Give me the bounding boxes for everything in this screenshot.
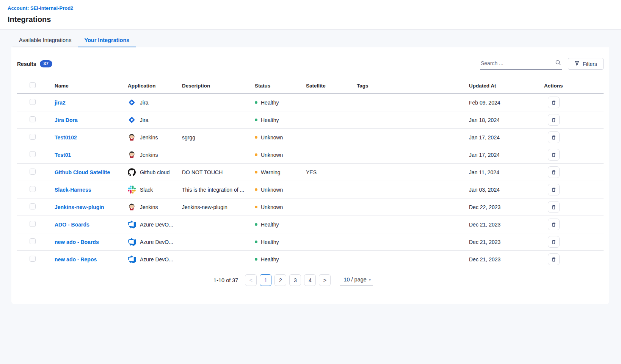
- status-dot-icon: [255, 188, 257, 191]
- select-all-checkbox[interactable]: [30, 82, 36, 88]
- delete-integration-button[interactable]: [548, 114, 560, 126]
- integration-name-link[interactable]: new ado - Boards: [55, 239, 99, 245]
- status-label: Healthy: [261, 100, 279, 106]
- row-checkbox[interactable]: [30, 186, 36, 192]
- page-size-select[interactable]: 10 / page ▾: [340, 275, 373, 286]
- delete-integration-button[interactable]: [548, 166, 560, 178]
- pagination-page-button-1[interactable]: 1: [260, 274, 271, 286]
- updated-at-value: Jan 18, 2024: [469, 117, 544, 123]
- pagination-page-button-3[interactable]: 3: [289, 274, 301, 286]
- jenkins-icon: [128, 203, 136, 211]
- row-checkbox[interactable]: [30, 151, 36, 157]
- pagination-prev-button[interactable]: <: [245, 274, 257, 286]
- table-row: jira2 Jira Healthy Feb 09, 2024: [17, 94, 604, 111]
- filters-button-label: Filters: [583, 61, 597, 67]
- status-label: Healthy: [261, 222, 279, 228]
- delete-integration-button[interactable]: [548, 253, 560, 265]
- application-label: Azure DevO...: [140, 222, 173, 228]
- pagination: 1-10 of 37 < 1234 > 10 / page ▾: [0, 274, 592, 286]
- tabs-row: Available Integrations Your Integrations: [0, 30, 621, 47]
- updated-at-value: Jan 17, 2024: [469, 134, 544, 141]
- jenkins-icon: [128, 151, 136, 159]
- row-checkbox[interactable]: [30, 99, 36, 105]
- delete-integration-button[interactable]: [548, 201, 560, 213]
- application-label: Github cloud: [140, 169, 170, 175]
- table-header-row: Name Application Description Status Sate…: [17, 78, 604, 94]
- column-header-status: Status: [255, 83, 306, 89]
- delete-integration-button[interactable]: [548, 184, 560, 195]
- delete-integration-button[interactable]: [548, 149, 560, 161]
- trash-icon: [551, 152, 557, 158]
- status-dot-icon: [255, 101, 257, 104]
- integration-name-link[interactable]: jira2: [55, 100, 66, 106]
- trash-icon: [551, 187, 557, 193]
- toolbar: Results 37 Filters: [11, 47, 609, 78]
- column-header-actions: Actions: [544, 83, 604, 89]
- status-label: Warning: [261, 169, 281, 175]
- trash-icon: [551, 117, 557, 123]
- tab-available-integrations[interactable]: Available Integrations: [13, 33, 78, 47]
- pagination-range-label: 1-10 of 37: [213, 277, 238, 283]
- application-label: Jenkins: [140, 204, 158, 210]
- table-row: Jenkins-new-plugin Jenkins Jenkins-new-p…: [17, 198, 604, 216]
- delete-integration-button[interactable]: [548, 97, 560, 108]
- filters-button[interactable]: Filters: [568, 58, 604, 70]
- delete-integration-button[interactable]: [548, 236, 560, 248]
- delete-integration-button[interactable]: [548, 131, 560, 143]
- application-label: Jenkins: [140, 134, 158, 141]
- trash-icon: [551, 169, 557, 175]
- integration-name-link[interactable]: Github Cloud Satellite: [55, 169, 110, 175]
- satellite-value: YES: [306, 169, 357, 175]
- row-checkbox[interactable]: [30, 221, 36, 227]
- updated-at-value: Jan 11, 2024: [469, 169, 544, 175]
- search-input[interactable]: [481, 60, 555, 66]
- column-header-tags: Tags: [357, 83, 469, 89]
- column-header-application: Application: [128, 83, 182, 89]
- integrations-table: Name Application Description Status Sate…: [11, 78, 609, 268]
- description-text: sgrgg: [182, 134, 255, 141]
- integration-name-link[interactable]: Jira Dora: [55, 117, 78, 123]
- search-box: [480, 58, 562, 70]
- row-checkbox[interactable]: [30, 256, 36, 262]
- table-row: Test01 Jenkins Unknown Jan 17, 2024: [17, 146, 604, 164]
- description-text: This is the integration of ...: [182, 187, 255, 193]
- jenkins-icon: [128, 133, 136, 141]
- application-label: Azure DevO...: [140, 239, 173, 245]
- integration-name-link[interactable]: ADO - Boards: [55, 222, 89, 228]
- status-label: Healthy: [261, 239, 279, 245]
- pagination-page-button-2[interactable]: 2: [274, 274, 286, 286]
- pagination-next-button[interactable]: >: [319, 274, 331, 286]
- account-breadcrumb-link[interactable]: Account: SEI-Internal-Prod2: [8, 5, 73, 11]
- status-label: Healthy: [261, 256, 279, 262]
- table-row: new ado - Repos Azure DevO... Healthy De…: [17, 251, 604, 268]
- delete-integration-button[interactable]: [548, 219, 560, 230]
- pagination-page-button-4[interactable]: 4: [304, 274, 316, 286]
- integration-name-link[interactable]: new ado - Repos: [55, 256, 97, 262]
- application-label: Slack: [140, 187, 153, 193]
- chevron-down-icon: ▾: [369, 278, 371, 282]
- trash-icon: [551, 204, 557, 210]
- column-header-satellite: Satellite: [306, 83, 357, 89]
- integration-name-link[interactable]: Test01: [55, 152, 71, 158]
- row-checkbox[interactable]: [30, 116, 36, 122]
- status-dot-icon: [255, 171, 257, 173]
- trash-icon: [551, 134, 557, 141]
- integration-name-link[interactable]: Test0102: [55, 134, 77, 141]
- status-label: Unknown: [261, 187, 283, 193]
- row-checkbox[interactable]: [30, 169, 36, 175]
- updated-at-value: Jan 17, 2024: [469, 152, 544, 158]
- table-body: jira2 Jira Healthy Feb 09, 2024 Jira Dor…: [17, 94, 604, 268]
- status-label: Healthy: [261, 117, 279, 123]
- trash-icon: [551, 222, 557, 228]
- tab-your-integrations[interactable]: Your Integrations: [78, 33, 136, 47]
- row-checkbox[interactable]: [30, 134, 36, 140]
- results-count-badge: 37: [40, 60, 52, 67]
- slack-icon: [128, 186, 136, 194]
- description-text: DO NOT TOUCH: [182, 169, 255, 175]
- row-checkbox[interactable]: [30, 238, 36, 244]
- integration-name-link[interactable]: Slack-Harness: [55, 187, 91, 193]
- status-label: Unknown: [261, 134, 283, 141]
- row-checkbox[interactable]: [30, 203, 36, 209]
- table-row: Slack-Harness Slack This is the integrat…: [17, 181, 604, 198]
- integration-name-link[interactable]: Jenkins-new-plugin: [55, 204, 104, 210]
